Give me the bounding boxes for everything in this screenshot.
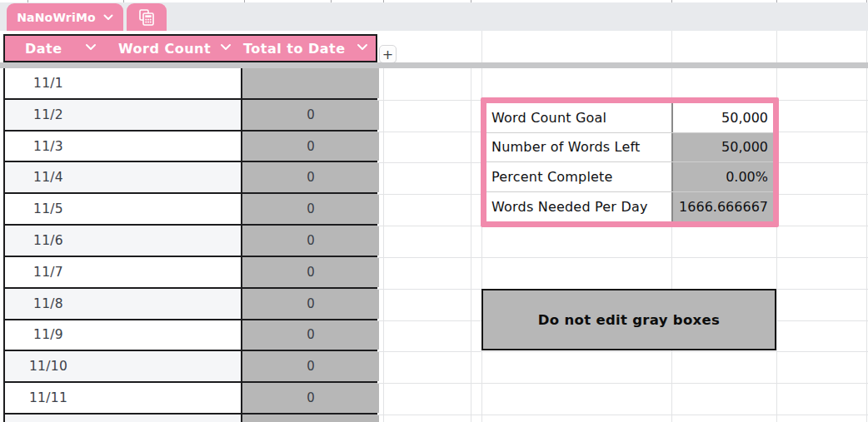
date-cell[interactable]: 11/3 (5, 132, 92, 161)
frozen-row-divider[interactable] (0, 62, 868, 68)
total-to-date-cell[interactable]: 0 (241, 383, 379, 413)
date-cell[interactable]: 11/7 (5, 257, 92, 287)
gridline (471, 68, 471, 422)
summary-label-cell[interactable]: Word Count Goal (486, 103, 671, 132)
summary-label-cell[interactable]: Words Needed Per Day (486, 192, 671, 222)
total-to-date-cell[interactable]: 0 (241, 257, 379, 287)
word-count-cell[interactable] (92, 162, 242, 192)
table-row: 11/90 (3, 320, 377, 352)
date-cell[interactable]: 11/2 (5, 100, 92, 130)
total-to-date-cell[interactable]: 0 (241, 226, 379, 256)
summary-value-cell[interactable]: 50,000 (671, 133, 773, 162)
table-row-partial (3, 415, 377, 422)
word-count-cell[interactable] (92, 68, 242, 98)
summary-row: Number of Words Left50,000 (486, 133, 773, 163)
total-to-date-cell[interactable]: 0 (241, 100, 379, 130)
sheet-tab-label: NaNoWriMo (17, 11, 96, 24)
calculator-icon (137, 8, 156, 27)
gridline (377, 257, 868, 258)
summary-value-cell[interactable]: 50,000 (671, 103, 773, 132)
total-to-date-cell[interactable] (241, 415, 379, 422)
summary-label-cell[interactable]: Number of Words Left (486, 133, 671, 162)
gridline (671, 31, 672, 62)
total-to-date-cell[interactable]: 0 (241, 132, 379, 161)
total-to-date-cell[interactable]: 0 (241, 351, 379, 381)
summary-box: Word Count Goal50,000Number of Words Lef… (481, 97, 779, 227)
notice-box-text: Do not edit gray boxes (538, 312, 720, 328)
total-to-date-cell[interactable]: 0 (241, 162, 379, 192)
summary-label-cell[interactable]: Percent Complete (486, 162, 671, 191)
gridline (481, 31, 482, 62)
table-row: 11/100 (3, 351, 377, 383)
sheet-tab-nanowrimo[interactable]: NaNoWriMo (7, 3, 123, 31)
column-header-date[interactable]: Date (25, 36, 62, 61)
notice-box[interactable]: Do not edit gray boxes (481, 289, 776, 350)
date-cell[interactable]: 11/10 (5, 351, 92, 381)
gridline (866, 68, 867, 422)
spreadsheet-app: NaNoWriMo Date (0, 0, 868, 422)
date-cell[interactable]: 11/6 (5, 226, 92, 256)
column-header-total-to-date[interactable]: Total to Date (243, 36, 346, 61)
date-cell[interactable]: 11/9 (5, 320, 92, 350)
date-cell[interactable]: 11/5 (5, 194, 92, 224)
column-header-date-label: Date (25, 41, 62, 57)
table-row: 11/80 (3, 289, 377, 320)
sheet-tab-bar: NaNoWriMo (0, 2, 868, 31)
data-table: 11/111/2011/3011/4011/5011/6011/7011/801… (3, 68, 377, 422)
filter-header-row: Date Word Count Total to Date (3, 34, 377, 62)
word-count-cell[interactable] (92, 194, 242, 224)
total-to-date-filter-chevron-icon[interactable] (357, 43, 368, 51)
total-to-date-cell[interactable]: 0 (241, 320, 379, 350)
table-row: 11/30 (3, 132, 377, 163)
sheet-tab-calculator[interactable] (127, 3, 167, 31)
gridline (383, 68, 384, 422)
word-count-cell[interactable] (92, 383, 242, 413)
summary-row: Words Needed Per Day1666.666667 (486, 192, 773, 222)
add-column-button-label: + (382, 47, 393, 62)
gridline (776, 31, 777, 62)
summary-value-cell[interactable]: 1666.666667 (671, 192, 773, 222)
table-row: 11/110 (3, 383, 377, 415)
gridline (377, 351, 868, 352)
table-row: 11/40 (3, 162, 377, 194)
column-header-total-to-date-label: Total to Date (243, 41, 346, 57)
word-count-cell[interactable] (92, 320, 242, 350)
total-to-date-cell[interactable]: 0 (241, 289, 379, 319)
date-filter-chevron-icon[interactable] (85, 43, 97, 51)
summary-row: Percent Complete0.00% (486, 162, 773, 192)
table-row: 11/50 (3, 194, 377, 226)
column-header-word-count-label: Word Count (118, 41, 211, 57)
column-header-word-count[interactable]: Word Count (118, 36, 211, 61)
gridline (377, 383, 868, 384)
total-to-date-cell[interactable] (241, 68, 379, 98)
word-count-cell[interactable] (92, 100, 242, 130)
gridline (866, 31, 867, 62)
summary-value-cell[interactable]: 0.00% (671, 162, 773, 191)
gridline (377, 415, 868, 415)
total-to-date-cell[interactable]: 0 (241, 194, 379, 224)
table-row: 11/1 (3, 68, 377, 100)
word-count-filter-chevron-icon[interactable] (220, 43, 232, 51)
tab-menu-chevron-icon[interactable] (103, 14, 113, 21)
word-count-cell[interactable] (92, 132, 242, 161)
word-count-cell[interactable] (92, 226, 242, 256)
table-row: 11/70 (3, 257, 377, 289)
date-cell[interactable]: 11/11 (5, 383, 92, 413)
table-row: 11/20 (3, 100, 377, 132)
date-cell[interactable]: 11/4 (5, 162, 92, 192)
word-count-cell[interactable] (92, 351, 242, 381)
word-count-cell[interactable] (92, 257, 242, 287)
word-count-cell[interactable] (92, 289, 242, 319)
table-row: 11/60 (3, 226, 377, 257)
summary-row: Word Count Goal50,000 (486, 103, 773, 133)
add-column-button[interactable]: + (379, 45, 397, 63)
date-cell[interactable]: 11/8 (5, 289, 92, 319)
date-cell[interactable]: 11/1 (5, 68, 92, 98)
